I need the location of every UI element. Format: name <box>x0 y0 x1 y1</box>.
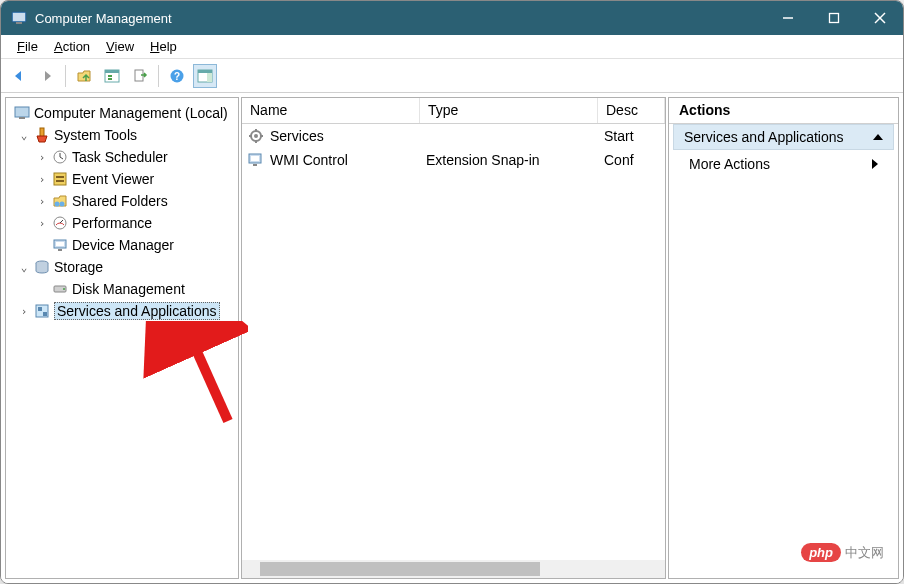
svg-point-33 <box>63 288 65 290</box>
event-viewer-icon <box>52 171 68 187</box>
toolbar-up-button[interactable] <box>72 64 96 88</box>
svg-rect-45 <box>253 164 257 166</box>
svg-rect-16 <box>207 73 212 82</box>
tree-item-performance[interactable]: › Performance <box>8 212 236 234</box>
computer-management-window: Computer Management File Action View Hel… <box>0 0 904 584</box>
clock-icon <box>52 149 68 165</box>
computer-icon <box>248 152 264 168</box>
svg-rect-21 <box>54 173 66 185</box>
toolbar-separator <box>158 65 159 87</box>
cell-name: Services <box>270 128 324 144</box>
svg-rect-23 <box>56 180 64 182</box>
svg-rect-4 <box>830 14 839 23</box>
tree-label: Event Viewer <box>72 171 154 187</box>
column-header-name[interactable]: Name <box>242 98 420 123</box>
actions-more-actions[interactable]: More Actions <box>673 150 894 178</box>
workspace: Computer Management (Local) ⌄ System Too… <box>1 93 903 583</box>
tree-label: Computer Management (Local) <box>34 105 228 121</box>
menubar: File Action View Help <box>1 35 903 59</box>
close-button[interactable] <box>857 1 903 35</box>
menu-file[interactable]: File <box>9 36 46 58</box>
svg-point-38 <box>254 134 258 138</box>
cell-desc: Conf <box>604 152 634 168</box>
tree-item-system-tools[interactable]: ⌄ System Tools <box>8 124 236 146</box>
cell-type: Extension Snap-in <box>426 152 540 168</box>
svg-rect-36 <box>43 312 47 316</box>
app-icon <box>11 10 27 26</box>
toolbar-console-tree-button[interactable] <box>100 64 124 88</box>
toolbar: ? <box>1 59 903 93</box>
horizontal-scrollbar[interactable] <box>242 560 665 578</box>
actions-group-label: Services and Applications <box>684 129 844 145</box>
device-manager-icon <box>52 237 68 253</box>
tree-pane: Computer Management (Local) ⌄ System Too… <box>5 97 239 579</box>
tree[interactable]: Computer Management (Local) ⌄ System Too… <box>8 102 236 322</box>
tree-item-event-viewer[interactable]: › Event Viewer <box>8 168 236 190</box>
chevron-right-icon[interactable]: › <box>36 151 48 164</box>
svg-rect-2 <box>16 22 22 24</box>
svg-rect-1 <box>13 13 25 21</box>
window-title: Computer Management <box>35 11 765 26</box>
svg-rect-17 <box>15 107 29 117</box>
list-row-wmi-control[interactable]: WMI Control Extension Snap-in Conf <box>242 148 665 172</box>
tree-item-device-manager[interactable]: Device Manager <box>8 234 236 256</box>
tree-item-shared-folders[interactable]: › Shared Folders <box>8 190 236 212</box>
menu-view[interactable]: View <box>98 36 142 58</box>
chevron-right-icon[interactable]: › <box>36 173 48 186</box>
svg-point-24 <box>55 202 60 207</box>
list-body[interactable]: Services Start WMI Control Extension Sna… <box>242 124 665 560</box>
chevron-right-icon[interactable]: › <box>36 195 48 208</box>
svg-rect-30 <box>58 249 62 251</box>
computer-management-icon <box>14 105 30 121</box>
svg-rect-44 <box>251 156 259 161</box>
svg-rect-29 <box>56 242 64 246</box>
maximize-button[interactable] <box>811 1 857 35</box>
actions-group-header[interactable]: Services and Applications <box>673 124 894 150</box>
tree-label: Task Scheduler <box>72 149 168 165</box>
chevron-down-icon[interactable]: ⌄ <box>18 129 30 142</box>
svg-rect-35 <box>38 307 42 311</box>
minimize-button[interactable] <box>765 1 811 35</box>
tree-item-storage[interactable]: ⌄ Storage <box>8 256 236 278</box>
chevron-down-icon[interactable]: ⌄ <box>18 261 30 274</box>
toolbar-action-pane-button[interactable] <box>193 64 217 88</box>
toolbar-export-button[interactable] <box>128 64 152 88</box>
tree-label: Performance <box>72 215 152 231</box>
storage-icon <box>34 259 50 275</box>
watermark-text: 中文网 <box>845 544 884 562</box>
tree-item-disk-management[interactable]: Disk Management <box>8 278 236 300</box>
performance-icon <box>52 215 68 231</box>
services-apps-icon <box>34 303 50 319</box>
tree-label: Device Manager <box>72 237 174 253</box>
list-row-services[interactable]: Services Start <box>242 124 665 148</box>
titlebar[interactable]: Computer Management <box>1 1 903 35</box>
svg-rect-18 <box>19 117 25 119</box>
chevron-right-icon[interactable]: › <box>36 217 48 230</box>
list-pane: Name Type Desc Services Start WMI Contr <box>241 97 666 579</box>
svg-rect-15 <box>198 70 212 73</box>
disk-management-icon <box>52 281 68 297</box>
toolbar-back-button[interactable] <box>7 64 31 88</box>
menu-action[interactable]: Action <box>46 36 98 58</box>
toolbar-help-button[interactable]: ? <box>165 64 189 88</box>
chevron-right-icon[interactable]: › <box>18 305 30 318</box>
actions-pane: Actions Services and Applications More A… <box>668 97 899 579</box>
tree-item-root[interactable]: Computer Management (Local) <box>8 102 236 124</box>
actions-pane-title: Actions <box>669 98 898 124</box>
svg-rect-22 <box>56 176 64 178</box>
tree-label: Storage <box>54 259 103 275</box>
menu-help[interactable]: Help <box>142 36 185 58</box>
caret-up-icon <box>873 134 883 140</box>
svg-point-25 <box>60 202 65 207</box>
column-header-type[interactable]: Type <box>420 98 598 123</box>
column-header-description[interactable]: Desc <box>598 98 665 123</box>
system-tools-icon <box>34 127 50 143</box>
list-header: Name Type Desc <box>242 98 665 124</box>
caret-right-icon <box>872 159 878 169</box>
tree-item-services-and-applications[interactable]: › Services and Applications <box>8 300 236 322</box>
scrollbar-thumb[interactable] <box>260 562 540 576</box>
tree-label-selected: Services and Applications <box>54 302 220 320</box>
tree-item-task-scheduler[interactable]: › Task Scheduler <box>8 146 236 168</box>
toolbar-forward-button[interactable] <box>35 64 59 88</box>
toolbar-separator <box>65 65 66 87</box>
